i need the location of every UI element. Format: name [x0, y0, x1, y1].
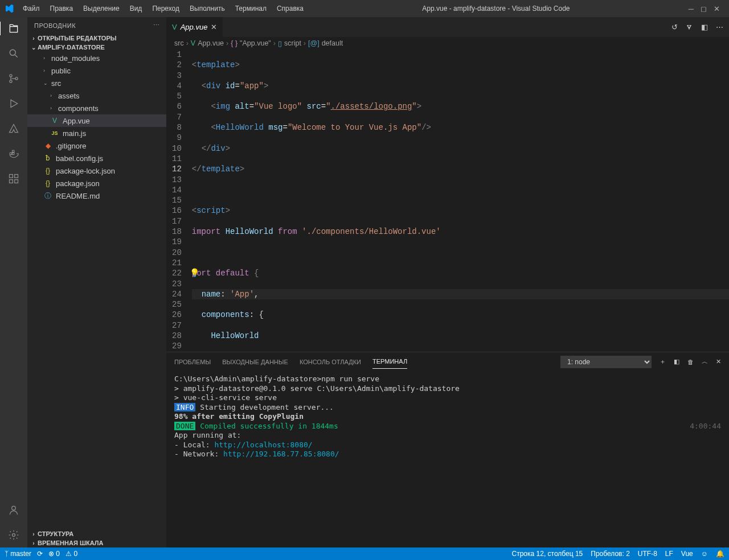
compare-icon[interactable]: ⛛ [686, 23, 693, 31]
open-editors-section[interactable]: ›ОТКРЫТЫЕ РЕДАКТОРЫ [27, 34, 166, 43]
explorer-icon[interactable] [0, 22, 27, 35]
panel-tab-terminal[interactable]: ТЕРМИНАЛ [372, 355, 407, 369]
lightbulb-icon[interactable]: 💡 [190, 268, 199, 278]
vscode-logo-icon [5, 4, 14, 13]
error-count[interactable]: ⊗ 0 [48, 550, 60, 558]
panel-tab-output[interactable]: ВЫХОДНЫЕ ДАННЫЕ [222, 355, 288, 369]
svg-rect-5 [13, 153, 14, 154]
maximize-panel-icon[interactable]: ︿ [702, 357, 708, 366]
project-section[interactable]: ⌄AMPLIFY-DATASTORE [27, 43, 166, 52]
svg-point-2 [10, 80, 12, 83]
settings-gear-icon[interactable] [7, 528, 21, 542]
timeline-section[interactable]: ›ВРЕМЕННАЯ ШКАЛА [27, 538, 166, 547]
tree-file-package-lock[interactable]: {}package-lock.json [27, 164, 166, 177]
panel-tabs: ПРОБЛЕМЫ ВЫХОДНЫЕ ДАННЫЕ КОНСОЛЬ ОТЛАДКИ… [166, 352, 729, 371]
git-file-icon: ◆ [43, 142, 52, 150]
tree-folder-components[interactable]: ›components [27, 102, 166, 114]
svg-point-11 [12, 506, 16, 510]
tree-file-app-vue[interactable]: VApp.vue [27, 114, 166, 127]
tree-file-readme[interactable]: ⓘREADME.md [27, 190, 166, 202]
azure-icon[interactable] [7, 122, 21, 135]
tree-folder-node-modules[interactable]: ›node_modules [27, 52, 166, 64]
svg-point-12 [13, 534, 15, 537]
js-file-icon: JS [50, 130, 59, 136]
menu-file[interactable]: Файл [18, 2, 44, 15]
close-tab-icon[interactable]: ✕ [211, 23, 217, 31]
close-panel-icon[interactable]: ✕ [716, 358, 721, 365]
extensions-icon[interactable] [7, 172, 21, 186]
outline-section[interactable]: ›СТРУКТУРА [27, 529, 166, 538]
source-control-icon[interactable] [7, 72, 21, 85]
vue-file-icon: V [172, 23, 177, 31]
run-debug-icon[interactable] [7, 97, 21, 110]
indent-status[interactable]: Пробелов: 2 [591, 550, 630, 558]
tree-file-gitignore[interactable]: ◆.gitignore [27, 139, 166, 152]
menu-help[interactable]: Справка [272, 2, 308, 15]
notifications-icon[interactable]: 🔔 [716, 550, 724, 558]
language-mode[interactable]: Vue [681, 550, 693, 558]
menu-run[interactable]: Выполнить [185, 2, 230, 15]
menu-view[interactable]: Вид [125, 2, 147, 15]
tab-actions: ↺ ⛛ ◧ ⋯ [666, 23, 729, 31]
svg-point-0 [10, 50, 15, 55]
eol-status[interactable]: LF [665, 550, 673, 558]
svg-rect-4 [10, 153, 11, 154]
history-icon[interactable]: ↺ [671, 23, 678, 31]
window-controls: ─ ◻ ✕ [684, 5, 724, 13]
accounts-icon[interactable] [7, 503, 21, 517]
minimize-icon[interactable]: ─ [689, 5, 694, 13]
more-actions-icon[interactable]: ⋯ [716, 23, 723, 31]
code-editor[interactable]: 1234567891011121314151617181920212223242… [166, 50, 729, 352]
tree-file-package[interactable]: {}package.json [27, 177, 166, 190]
minimap[interactable] [672, 50, 729, 163]
warning-count[interactable]: ⚠ 0 [65, 550, 77, 558]
docker-icon[interactable] [7, 147, 21, 160]
terminal-output[interactable]: C:\Users\Admin\amplify-datastore>npm run… [166, 371, 729, 547]
split-editor-icon[interactable]: ◧ [701, 23, 708, 31]
feedback-icon[interactable]: ☺ [701, 550, 708, 558]
panel-tab-problems[interactable]: ПРОБЛЕМЫ [174, 355, 211, 369]
tree-file-babel[interactable]: ƀbabel.config.js [27, 152, 166, 164]
panel: ПРОБЛЕМЫ ВЫХОДНЫЕ ДАННЫЕ КОНСОЛЬ ОТЛАДКИ… [166, 352, 729, 547]
json-file-icon: {} [43, 167, 52, 175]
cursor-position[interactable]: Строка 12, столбец 15 [512, 550, 583, 558]
tree-file-main-js[interactable]: JSmain.js [27, 127, 166, 139]
line-gutter: 1234567891011121314151617181920212223242… [166, 50, 192, 352]
file-tree: ›node_modules ›public ⌄src ›assets ›comp… [27, 52, 166, 529]
vue-file-icon: V [50, 117, 59, 125]
tree-folder-src[interactable]: ⌄src [27, 77, 166, 89]
menu-bar: Файл Правка Выделение Вид Переход Выполн… [18, 2, 308, 15]
info-file-icon: ⓘ [43, 191, 52, 201]
sidebar: ПРОВОДНИК ⋯ ›ОТКРЫТЫЕ РЕДАКТОРЫ ⌄AMPLIFY… [27, 17, 166, 547]
sidebar-more-icon[interactable]: ⋯ [153, 22, 160, 29]
kill-terminal-icon[interactable]: 🗑 [687, 359, 694, 365]
terminal-shell-select[interactable]: 1: node [560, 356, 652, 368]
svg-rect-10 [15, 175, 18, 178]
tabs-row: V App.vue ✕ ↺ ⛛ ◧ ⋯ [166, 17, 729, 37]
close-icon[interactable]: ✕ [714, 5, 720, 13]
git-sync-icon[interactable]: ⟳ [37, 550, 43, 558]
new-terminal-icon[interactable]: ＋ [660, 357, 666, 366]
sidebar-title: ПРОВОДНИК ⋯ [27, 17, 166, 34]
menu-terminal[interactable]: Терминал [231, 2, 271, 15]
breadcrumb[interactable]: src› VApp.vue› { }"App.vue"› ▯script› [@… [166, 37, 729, 50]
search-icon[interactable] [7, 47, 21, 60]
git-branch[interactable]: ᛉ master [5, 550, 31, 558]
menu-edit[interactable]: Правка [46, 2, 78, 15]
menu-selection[interactable]: Выделение [79, 2, 124, 15]
panel-tab-debug-console[interactable]: КОНСОЛЬ ОТЛАДКИ [300, 355, 361, 369]
split-terminal-icon[interactable]: ◧ [674, 358, 679, 365]
statusbar: ᛉ master ⟳ ⊗ 0 ⚠ 0 Строка 12, столбец 15… [0, 547, 729, 560]
menu-go[interactable]: Переход [148, 2, 184, 15]
maximize-icon[interactable]: ◻ [701, 5, 707, 13]
svg-rect-7 [10, 175, 13, 178]
tree-folder-assets[interactable]: ›assets [27, 89, 166, 102]
json-file-icon: {} [43, 179, 52, 187]
activity-bar [0, 17, 27, 547]
window-title: App.vue - amplify-datastore - Visual Stu… [308, 5, 684, 13]
encoding-status[interactable]: UTF-8 [638, 550, 657, 558]
tree-folder-public[interactable]: ›public [27, 64, 166, 77]
editor-tab-app-vue[interactable]: V App.vue ✕ [166, 17, 223, 37]
babel-file-icon: ƀ [43, 154, 52, 162]
svg-point-3 [15, 77, 18, 80]
